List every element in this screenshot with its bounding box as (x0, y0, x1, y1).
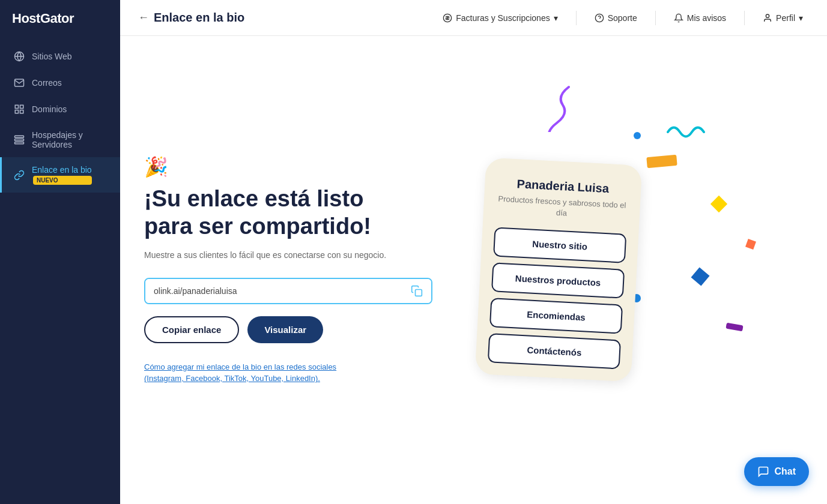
link-input-wrapper (144, 278, 432, 304)
clipboard-icon (411, 285, 423, 297)
deco-teal-squiggle (665, 120, 707, 146)
sidebar-item-sitios-web[interactable]: Sitios Web (0, 43, 120, 70)
help-link[interactable]: Cómo agregar mi enlace de la bio en las … (144, 361, 372, 385)
page-content: 🎉 ¡Su enlace está listo para ser compart… (120, 36, 827, 504)
profile-chevron-icon: ▾ (799, 13, 803, 23)
sidebar-item-sitios-web-label: Sitios Web (32, 52, 72, 61)
svg-rect-2 (15, 105, 18, 108)
page-title: Enlace en la bio (154, 11, 244, 25)
phone-btn-2[interactable]: Encomiendas (489, 298, 623, 334)
nav-divider-1 (576, 11, 577, 25)
question-icon (595, 13, 604, 23)
nav-divider-3 (744, 11, 745, 25)
billing-menu[interactable]: Facturas y Suscripciones ▾ (437, 10, 563, 26)
content-wrapper: 🎉 ¡Su enlace está listo para ser compart… (144, 155, 803, 384)
sidebar-item-hospedajes-label: Hospedajes yServidores (32, 130, 83, 149)
new-badge: NUEVO (33, 176, 92, 185)
globe-icon (14, 51, 25, 62)
server-icon (14, 134, 25, 145)
main-title: ¡Su enlace está listo para ser compartid… (144, 185, 432, 240)
support-menu[interactable]: Soporte (589, 10, 643, 26)
phone-btn-3[interactable]: Contáctenós (488, 334, 621, 370)
main-area: ← Enlace en la bio Facturas y Suscripcio… (120, 0, 827, 504)
sidebar-item-enlace-bio-label: Enlace en la bio (32, 165, 92, 175)
profile-menu[interactable]: Perfil ▾ (757, 10, 809, 26)
notices-menu[interactable]: Mis avisos (668, 10, 732, 26)
sidebar-item-enlace-bio[interactable]: Enlace en la bio NUEVO (0, 157, 120, 193)
svg-rect-4 (15, 110, 18, 113)
grid-icon (14, 104, 25, 115)
topnav: ← Enlace en la bio Facturas y Suscripcio… (120, 0, 827, 36)
sidebar-item-dominios[interactable]: Dominios (0, 96, 120, 122)
back-arrow-icon: ← (138, 11, 149, 24)
svg-rect-14 (416, 289, 422, 296)
user-icon (763, 13, 772, 23)
party-emoji: 🎉 (144, 155, 432, 178)
link-input[interactable] (145, 279, 402, 303)
sidebar-item-correos[interactable]: Correos (0, 70, 120, 96)
dollar-icon (443, 13, 452, 23)
sidebar-item-correos-label: Correos (32, 78, 62, 88)
chat-icon (757, 466, 769, 478)
sidebar-nav: Sitios Web Correos Dominios Hospedajes y… (0, 37, 120, 199)
back-button[interactable]: ← Enlace en la bio (138, 11, 244, 25)
billing-chevron-icon: ▾ (554, 13, 558, 23)
support-label: Soporte (608, 13, 637, 23)
left-content: 🎉 ¡Su enlace está listo para ser compart… (144, 155, 432, 384)
copy-icon-button[interactable] (402, 279, 431, 303)
bell-icon (674, 13, 683, 23)
nav-divider-2 (655, 11, 656, 25)
svg-point-13 (766, 14, 769, 17)
svg-rect-3 (20, 105, 23, 108)
svg-rect-8 (15, 142, 24, 144)
phone-btn-1[interactable]: Nuestros productos (491, 263, 625, 299)
sidebar-item-hospedajes[interactable]: Hospedajes yServidores (0, 122, 120, 157)
copy-link-button[interactable]: Copiar enlace (144, 316, 239, 343)
billing-label: Facturas y Suscripciones (456, 13, 550, 23)
phone-subtitle: Productos frescos y sabrosos todo el día (495, 194, 629, 223)
phone-btn-0[interactable]: Nuestro sitio (493, 227, 626, 263)
deco-blue-dot (634, 132, 641, 139)
sidebar-item-dominios-label: Dominios (32, 104, 67, 114)
buttons-row: Copiar enlace Visualizar (144, 316, 432, 343)
logo: HostGator (0, 0, 120, 37)
chat-label: Chat (774, 466, 796, 477)
mail-icon (14, 77, 25, 88)
svg-rect-5 (20, 110, 23, 113)
profile-label: Perfil (776, 13, 795, 23)
link-icon (14, 170, 25, 181)
svg-rect-6 (15, 136, 24, 137)
chat-button[interactable]: Chat (744, 457, 809, 486)
deco-purple-squiggle (539, 84, 575, 134)
subtitle: Muestre a sus clientes lo fácil que es c… (144, 250, 432, 260)
svg-rect-7 (15, 139, 24, 141)
visualize-button[interactable]: Visualizar (247, 316, 323, 343)
phone-mockup: Panaderia Luisa Productos frescos y sabr… (475, 158, 643, 382)
sidebar: HostGator Sitios Web Correos Dominios Ho… (0, 0, 120, 504)
notices-label: Mis avisos (687, 13, 726, 23)
phone-title: Panaderia Luisa (497, 176, 629, 197)
